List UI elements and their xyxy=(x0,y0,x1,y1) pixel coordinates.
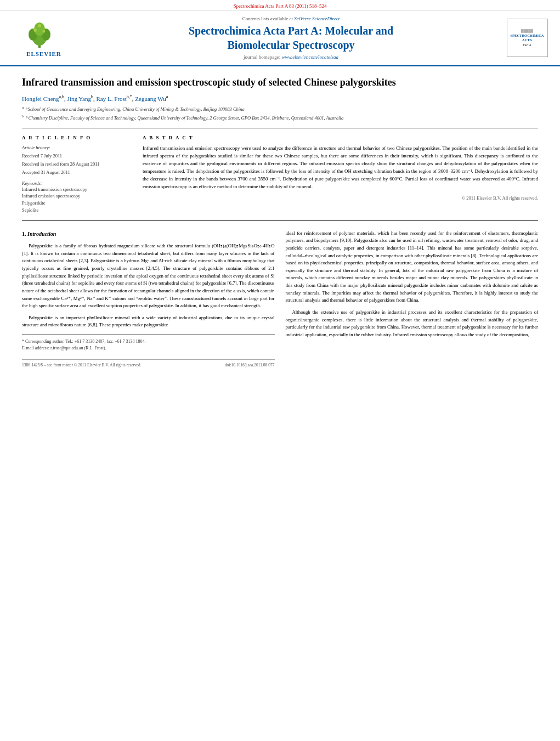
keyword-1: Infrared transmission spectroscopy xyxy=(22,186,132,193)
keyword-4: Sepiolite xyxy=(22,207,132,214)
keywords-label: Keywords: xyxy=(22,180,132,186)
svg-point-5 xyxy=(33,29,37,32)
abstract-heading: A B S T R A C T xyxy=(143,135,538,140)
header-divider xyxy=(22,128,538,128)
info-abstract-section: A R T I C L E I N F O Article history: R… xyxy=(22,135,538,213)
journal-banner: Spectrochimica Acta Part A 83 (2011) 518… xyxy=(0,0,560,10)
copyright-line: © 2011 Elsevier B.V. All rights reserved… xyxy=(143,195,538,201)
intro-col2-para-2: Although the extensive use of palygorski… xyxy=(286,309,539,339)
body-divider xyxy=(22,220,538,221)
elsevier-tree-icon xyxy=(27,19,60,49)
intro-para-2: Palygorskite is an important phyllosilic… xyxy=(22,314,275,329)
introduction-section: 1. Introduction Palygorskite is a family… xyxy=(22,230,538,369)
bottom-left: 1386-1425/$ – see front matter © 2011 El… xyxy=(22,362,142,369)
footnote-area: * Corresponding author. Tel.: +61 7 3138… xyxy=(22,335,275,352)
journal-homepage: journal homepage: www.elsevier.com/locat… xyxy=(82,54,500,60)
author-yang: Jing Yang xyxy=(67,95,91,102)
article-info-heading: A R T I C L E I N F O xyxy=(22,135,132,140)
author-cheng: Hongfei Cheng xyxy=(22,95,59,102)
journal-logo-box: ▓▓▓▓▓ SPECTROCHIMICAACTA Part A xyxy=(507,19,548,57)
intro-para-1: Palygorskite is a family of fibrous hydr… xyxy=(22,242,275,310)
sciverse-line: Contents lists available at SciVerse Sci… xyxy=(82,16,500,21)
publisher-logo-area: ELSEVIER xyxy=(11,19,77,57)
logo-title: SPECTROCHIMICAACTA xyxy=(510,33,544,42)
journal-title-area: Contents lists available at SciVerse Sci… xyxy=(82,16,500,60)
abstract-column: A B S T R A C T Infrared transmission an… xyxy=(143,135,538,213)
intro-col2-para-1: ideal for reinforcement of polymer mater… xyxy=(286,230,539,304)
affiliation-a: a ᵃ School of Geoscience and Surveying E… xyxy=(22,105,538,113)
svg-point-7 xyxy=(38,24,41,27)
received-date: Received 7 July 2011 xyxy=(22,152,132,160)
svg-point-6 xyxy=(42,30,45,32)
journal-logo-box-area: ▓▓▓▓▓ SPECTROCHIMICAACTA Part A xyxy=(505,19,549,57)
elsevier-label: ELSEVIER xyxy=(26,50,61,57)
article-info-column: A R T I C L E I N F O Article history: R… xyxy=(22,135,132,213)
body-column-2: ideal for reinforcement of polymer mater… xyxy=(286,230,539,369)
main-content: Infrared transmission and emission spect… xyxy=(0,66,560,380)
intro-heading: 1. Introduction xyxy=(22,230,275,239)
history-label: Article history: xyxy=(22,145,132,150)
affiliation-b: b ᵇ Chemistry Discipline, Faculty of Sci… xyxy=(22,114,538,122)
sciverse-link[interactable]: SciVerse ScienceDirect xyxy=(294,16,340,21)
keyword-2: Infrared emission spectroscopy xyxy=(22,193,132,200)
revised-date: Received in revised form 28 August 2011 xyxy=(22,161,132,168)
footnote-email: E-mail address: r.frost@qut.edu.au (R.L.… xyxy=(22,345,275,352)
journal-header: ELSEVIER Contents lists available at Sci… xyxy=(0,10,560,66)
bottom-bar: 1386-1425/$ – see front matter © 2011 El… xyxy=(22,359,275,369)
keyword-3: Palygorskite xyxy=(22,200,132,207)
abstract-text: Infrared transmission and emission spect… xyxy=(143,145,538,191)
keywords-section: Keywords: Infrared transmission spectros… xyxy=(22,180,132,214)
body-column-1: 1. Introduction Palygorskite is a family… xyxy=(22,230,275,369)
elsevier-logo: ELSEVIER xyxy=(26,19,61,57)
author-frost: Ray L. Frost xyxy=(96,95,126,102)
accepted-date: Accepted 31 August 2011 xyxy=(22,169,132,176)
article-title: Infrared transmission and emission spect… xyxy=(22,76,538,89)
footnote-corresponding: * Corresponding author. Tel.: +61 7 3138… xyxy=(22,338,275,345)
bottom-right: doi:10.1016/j.saa.2011.08.077 xyxy=(225,362,275,369)
author-wu: Zeguang Wu xyxy=(135,95,166,102)
authors-line: Hongfei Chenga,b, Jing Yangb, Ray L. Fro… xyxy=(22,94,538,102)
journal-title: Spectrochimica Acta Part A: Molecular an… xyxy=(82,24,500,52)
homepage-link[interactable]: www.elsevier.com/locate/saa xyxy=(282,54,338,60)
banner-text: Spectrochimica Acta Part A 83 (2011) 518… xyxy=(233,3,326,9)
